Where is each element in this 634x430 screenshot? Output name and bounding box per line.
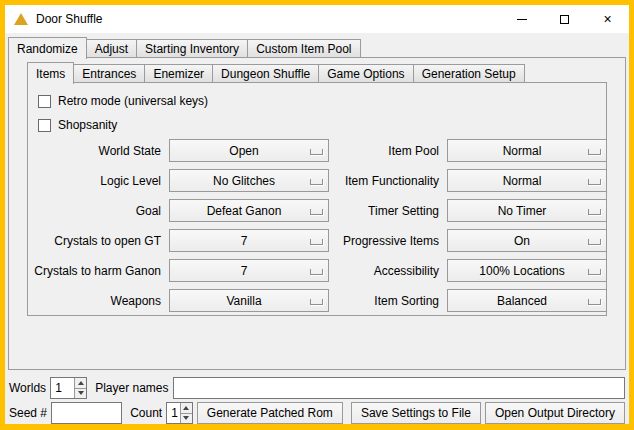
window-frame: Door Shuffle × Randomize Adjust Starting…: [0, 0, 634, 430]
timer-setting-dropdown[interactable]: No Timer: [447, 199, 607, 222]
retro-mode-checkbox[interactable]: Retro mode (universal keys): [38, 93, 208, 109]
minimize-button[interactable]: [500, 5, 543, 33]
goal-value: Defeat Ganon: [207, 204, 292, 218]
item-sorting-dropdown[interactable]: Balanced: [447, 289, 607, 312]
tab-items[interactable]: Items: [27, 62, 74, 84]
tab-entrances[interactable]: Entrances: [73, 64, 145, 82]
shopsanity-checkbox[interactable]: Shopsanity: [38, 117, 117, 133]
tab-randomize[interactable]: Randomize: [8, 37, 87, 59]
seed-label: Seed #: [9, 406, 47, 420]
worlds-spin-arrows: [74, 378, 86, 398]
dropdown-indicator-icon: [588, 209, 601, 215]
count-label: Count: [130, 406, 162, 420]
titlebar: Door Shuffle ×: [5, 5, 629, 33]
arrow-down-icon: [78, 391, 84, 395]
count-spin-up-button[interactable]: [181, 403, 192, 414]
crystals-gt-value: 7: [241, 234, 258, 248]
worlds-spinbox-input[interactable]: 1: [51, 378, 74, 398]
dropdown-indicator-icon: [588, 239, 601, 245]
count-spinbox[interactable]: 1: [166, 402, 193, 424]
shopsanity-checkbox-box[interactable]: [38, 119, 51, 132]
item-functionality-label: Item Functionality: [337, 174, 439, 188]
world-state-value: Open: [229, 144, 268, 158]
timer-setting-value: No Timer: [498, 204, 557, 218]
crystals-gt-label: Crystals to open GT: [29, 234, 161, 248]
weapons-value: Vanilla: [226, 294, 271, 308]
app-icon: [14, 13, 28, 25]
item-sorting-value: Balanced: [497, 294, 557, 308]
worlds-spinbox[interactable]: 1: [50, 377, 87, 399]
timer-setting-label: Timer Setting: [337, 204, 439, 218]
dropdown-indicator-icon: [588, 149, 601, 155]
worlds-label: Worlds: [9, 381, 46, 395]
worlds-row: Worlds 1 Player names: [9, 377, 625, 399]
dropdown-indicator-icon: [588, 299, 601, 305]
minimize-icon: [517, 19, 527, 20]
accessibility-dropdown[interactable]: 100% Locations: [447, 259, 607, 282]
titlebar-buttons: ×: [500, 5, 629, 33]
count-spin-arrows: [180, 403, 192, 423]
worlds-spin-down-button[interactable]: [75, 389, 86, 399]
dropdown-indicator-icon: [588, 269, 601, 275]
open-output-directory-button[interactable]: Open Output Directory: [485, 402, 625, 424]
arrow-up-icon: [183, 406, 189, 410]
world-state-label: World State: [29, 144, 161, 158]
retro-mode-checkbox-box[interactable]: [38, 95, 51, 108]
goal-dropdown[interactable]: Defeat Ganon: [169, 199, 329, 222]
logic-level-dropdown[interactable]: No Glitches: [169, 169, 329, 192]
dropdown-indicator-icon: [310, 179, 323, 185]
worlds-spin-up-button[interactable]: [75, 378, 86, 389]
save-settings-button[interactable]: Save Settings to File: [351, 402, 481, 424]
item-pool-dropdown[interactable]: Normal: [447, 139, 607, 162]
crystals-gt-dropdown[interactable]: 7: [169, 229, 329, 252]
window-title: Door Shuffle: [36, 12, 103, 26]
item-functionality-dropdown[interactable]: Normal: [447, 169, 607, 192]
crystals-ganon-dropdown[interactable]: 7: [169, 259, 329, 282]
dropdown-indicator-icon: [310, 299, 323, 305]
main-tab-bar: Randomize Adjust Starting Inventory Cust…: [8, 36, 360, 57]
weapons-dropdown[interactable]: Vanilla: [169, 289, 329, 312]
arrow-down-icon: [183, 416, 189, 420]
item-sorting-label: Item Sorting: [337, 294, 439, 308]
progressive-items-value: On: [514, 234, 540, 248]
player-names-label: Player names: [95, 381, 168, 395]
generate-patched-rom-button[interactable]: Generate Patched Rom: [197, 402, 343, 424]
count-spin-down-button[interactable]: [181, 414, 192, 424]
tab-game-options[interactable]: Game Options: [318, 64, 413, 82]
tab-adjust[interactable]: Adjust: [86, 39, 137, 57]
logic-level-label: Logic Level: [29, 174, 161, 188]
close-button[interactable]: ×: [586, 5, 629, 33]
tab-generation-setup[interactable]: Generation Setup: [413, 64, 525, 82]
accessibility-label: Accessibility: [337, 264, 439, 278]
seed-input[interactable]: [51, 402, 122, 424]
randomize-pane: Items Entrances Enemizer Dungeon Shuffle…: [8, 57, 626, 370]
item-pool-label: Item Pool: [337, 144, 439, 158]
goal-label: Goal: [29, 204, 161, 218]
items-pane: Retro mode (universal keys) Shopsanity W…: [27, 82, 607, 316]
dropdown-indicator-icon: [310, 149, 323, 155]
tab-starting-inventory[interactable]: Starting Inventory: [136, 39, 248, 57]
crystals-ganon-value: 7: [241, 264, 258, 278]
retro-mode-checkbox-label: Retro mode (universal keys): [58, 94, 208, 108]
dropdown-indicator-icon: [310, 239, 323, 245]
tab-custom-item-pool[interactable]: Custom Item Pool: [247, 39, 360, 57]
player-names-input[interactable]: [173, 377, 626, 399]
crystals-ganon-label: Crystals to harm Ganon: [29, 264, 161, 278]
dropdown-indicator-icon: [588, 179, 601, 185]
world-state-dropdown[interactable]: Open: [169, 139, 329, 162]
item-pool-value: Normal: [503, 144, 552, 158]
progressive-items-label: Progressive Items: [337, 234, 439, 248]
logic-level-value: No Glitches: [213, 174, 285, 188]
shopsanity-checkbox-label: Shopsanity: [58, 118, 117, 132]
dropdown-indicator-icon: [310, 209, 323, 215]
options-grid: World State Open Item Pool Normal Logic …: [29, 139, 607, 312]
close-icon: ×: [603, 12, 611, 26]
tab-enemizer[interactable]: Enemizer: [144, 64, 213, 82]
settings-tab-bar: Items Entrances Enemizer Dungeon Shuffle…: [27, 61, 524, 82]
progressive-items-dropdown[interactable]: On: [447, 229, 607, 252]
count-spinbox-input[interactable]: 1: [167, 403, 180, 423]
dropdown-indicator-icon: [310, 269, 323, 275]
tab-dungeon-shuffle[interactable]: Dungeon Shuffle: [212, 64, 319, 82]
maximize-button[interactable]: [543, 5, 586, 33]
arrow-up-icon: [78, 381, 84, 385]
